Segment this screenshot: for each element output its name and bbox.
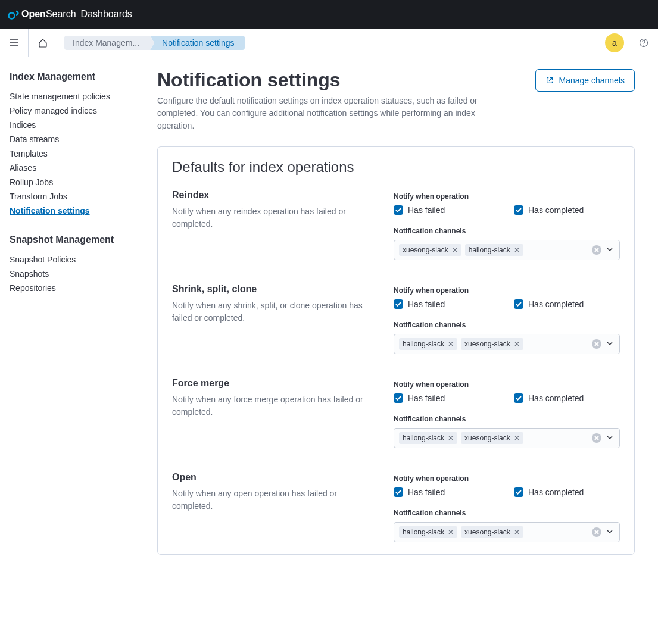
channels-combobox[interactable]: xuesong-slack✕hailong-slack✕: [394, 240, 620, 260]
remove-chip-icon[interactable]: ✕: [514, 246, 520, 254]
channel-chip: xuesong-slack✕: [399, 244, 461, 256]
sidebar-link[interactable]: Transform Jobs: [10, 192, 67, 201]
has-completed-label: Has completed: [528, 299, 584, 309]
menu-toggle-button[interactable]: [0, 29, 29, 57]
manage-channels-label: Manage channels: [559, 76, 625, 85]
channels-label: Notification channels: [394, 509, 620, 517]
notify-when-label: Notify when operation: [394, 380, 620, 389]
sidebar-link[interactable]: Snapshots: [10, 269, 49, 279]
chevron-down-icon: [606, 340, 613, 347]
operation-description: Notify when any reindex operation has fa…: [172, 205, 379, 230]
clear-channels-button[interactable]: [592, 527, 601, 537]
sidebar-link[interactable]: Indices: [10, 120, 36, 130]
remove-chip-icon[interactable]: ✕: [514, 340, 520, 348]
has-failed-checkbox[interactable]: [394, 487, 403, 497]
channels-combobox[interactable]: hailong-slack✕xuesong-slack✕: [394, 522, 620, 542]
sidebar-link[interactable]: Templates: [10, 149, 48, 158]
chevron-down-icon: [606, 434, 613, 441]
check-icon: [516, 396, 522, 401]
help-icon: [639, 38, 648, 48]
sidebar-link[interactable]: Aliases: [10, 163, 36, 173]
close-icon: [594, 342, 599, 346]
sidebar-item[interactable]: State management policies: [10, 89, 133, 104]
has-failed-checkbox[interactable]: [394, 393, 403, 403]
external-link-icon: [545, 76, 554, 85]
channels-dropdown-toggle[interactable]: [605, 339, 615, 349]
sidebar-link[interactable]: State management policies: [10, 92, 110, 101]
sidebar-item[interactable]: Aliases: [10, 161, 133, 175]
sidebar-item[interactable]: Notification settings: [10, 204, 133, 218]
channels-dropdown-toggle[interactable]: [605, 433, 615, 443]
operation-title: Reindex: [172, 190, 379, 201]
has-completed-checkbox[interactable]: [514, 487, 523, 497]
sidebar-item[interactable]: Indices: [10, 118, 133, 132]
hamburger-icon: [10, 38, 19, 48]
sidebar-item[interactable]: Data streams: [10, 132, 133, 146]
manage-channels-button[interactable]: Manage channels: [535, 69, 635, 92]
svg-point-0: [9, 13, 15, 19]
channel-chip: xuesong-slack✕: [461, 338, 523, 350]
channel-chip: hailong-slack✕: [399, 526, 457, 538]
logo-subtext: Dashboards: [81, 9, 132, 20]
channel-chip: xuesong-slack✕: [461, 432, 523, 444]
channels-label: Notification channels: [394, 227, 620, 235]
channels-dropdown-toggle[interactable]: [605, 245, 615, 255]
has-failed-label: Has failed: [408, 487, 445, 497]
channels-combobox[interactable]: hailong-slack✕xuesong-slack✕: [394, 334, 620, 354]
notify-when-label: Notify when operation: [394, 192, 620, 201]
clear-channels-button[interactable]: [592, 339, 601, 349]
operation-block: Reindex Notify when any reindex operatio…: [172, 190, 620, 260]
sidebar-item[interactable]: Templates: [10, 146, 133, 161]
has-completed-label: Has completed: [528, 487, 584, 497]
channel-chip: hailong-slack✕: [399, 432, 457, 444]
divider: [600, 29, 600, 57]
user-avatar[interactable]: a: [605, 33, 624, 52]
breadcrumb-index-management[interactable]: Index Managem...: [64, 36, 150, 50]
sidebar-link[interactable]: Rollup Jobs: [10, 177, 53, 187]
breadcrumbs: Index Managem... Notification settings: [64, 36, 245, 50]
home-button[interactable]: [29, 29, 57, 57]
sidebar-link[interactable]: Data streams: [10, 135, 59, 144]
sidebar-link[interactable]: Repositories: [10, 283, 56, 293]
sidebar-link[interactable]: Notification settings: [10, 206, 90, 215]
page-description: Configure the default notification setti…: [157, 95, 514, 132]
breadcrumb-notification-settings[interactable]: Notification settings: [150, 36, 245, 50]
close-icon: [594, 530, 599, 534]
clear-channels-button[interactable]: [592, 245, 601, 255]
panel-title: Defaults for index operations: [172, 159, 620, 176]
sidebar-item[interactable]: Policy managed indices: [10, 104, 133, 118]
main-content: Notification settings Configure the defa…: [143, 57, 649, 579]
sidebar-item[interactable]: Snapshot Policies: [10, 252, 133, 267]
remove-chip-icon[interactable]: ✕: [514, 528, 520, 536]
has-completed-checkbox[interactable]: [514, 205, 523, 215]
has-completed-checkbox[interactable]: [514, 393, 523, 403]
sidebar-link[interactable]: Snapshot Policies: [10, 255, 76, 264]
defaults-panel: Defaults for index operations Reindex No…: [157, 146, 635, 555]
help-button[interactable]: [629, 29, 658, 57]
sidebar-heading-snapshot-management: Snapshot Management: [10, 235, 133, 245]
sidebar-item[interactable]: Rollup Jobs: [10, 175, 133, 189]
has-failed-checkbox[interactable]: [394, 299, 403, 309]
remove-chip-icon[interactable]: ✕: [448, 340, 454, 348]
operation-title: Shrink, split, clone: [172, 284, 379, 295]
sidebar-link[interactable]: Policy managed indices: [10, 106, 97, 115]
remove-chip-icon[interactable]: ✕: [452, 246, 458, 254]
chevron-down-icon: [606, 528, 613, 535]
notify-when-label: Notify when operation: [394, 286, 620, 295]
has-completed-checkbox[interactable]: [514, 299, 523, 309]
sidebar-item[interactable]: Transform Jobs: [10, 189, 133, 204]
check-icon: [516, 490, 522, 495]
notify-when-label: Notify when operation: [394, 474, 620, 483]
has-failed-checkbox[interactable]: [394, 205, 403, 215]
sidebar-item[interactable]: Repositories: [10, 281, 133, 295]
check-icon: [395, 490, 401, 495]
channels-dropdown-toggle[interactable]: [605, 527, 615, 537]
operation-description: Notify when any open operation has faile…: [172, 487, 379, 512]
remove-chip-icon[interactable]: ✕: [448, 528, 454, 536]
remove-chip-icon[interactable]: ✕: [514, 434, 520, 442]
logo[interactable]: OpenSearch Dashboards: [7, 8, 132, 20]
channels-combobox[interactable]: hailong-slack✕xuesong-slack✕: [394, 428, 620, 448]
clear-channels-button[interactable]: [592, 433, 601, 443]
sidebar-item[interactable]: Snapshots: [10, 267, 133, 281]
remove-chip-icon[interactable]: ✕: [448, 434, 454, 442]
